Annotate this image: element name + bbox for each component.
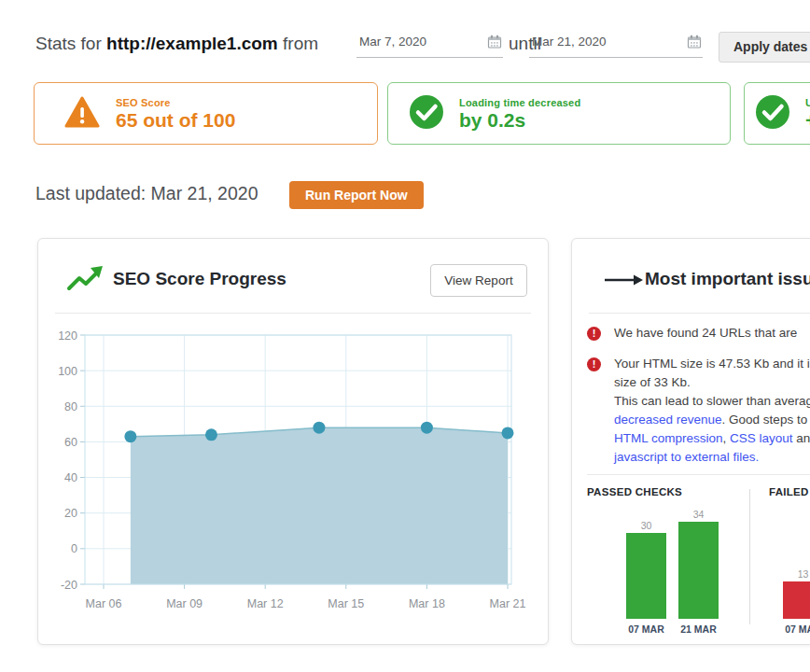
svg-text:-20: -20 bbox=[61, 579, 77, 592]
bar-date-label: 07 MAR bbox=[783, 623, 810, 635]
bar-cell: 34 bbox=[678, 509, 719, 619]
loading-time-value: by 0.2s bbox=[459, 109, 580, 132]
bar-value: 30 bbox=[641, 520, 652, 531]
run-report-button[interactable]: Run Report Now bbox=[289, 181, 424, 209]
svg-text:Mar 18: Mar 18 bbox=[409, 597, 445, 610]
svg-text:Mar 15: Mar 15 bbox=[328, 597, 364, 610]
third-status-card: U + bbox=[744, 82, 810, 145]
apply-dates-button[interactable]: Apply dates bbox=[719, 32, 810, 63]
issue-link[interactable]: decreased revenue bbox=[614, 413, 722, 427]
seo-score-card: SEO Score 65 out of 100 bbox=[34, 82, 378, 145]
bar-date-label: 07 MAR bbox=[626, 623, 666, 635]
calendar-icon[interactable] bbox=[487, 35, 502, 53]
from-label: from bbox=[278, 34, 318, 53]
seo-dashboard: Stats for http://example1.com from Mar 7… bbox=[0, 0, 810, 672]
stats-heading: Stats for http://example1.com from bbox=[35, 34, 318, 54]
issue-link[interactable]: HTML compression bbox=[614, 431, 723, 445]
check-circle-icon bbox=[409, 94, 444, 133]
from-date-value: Mar 7, 2020 bbox=[359, 35, 426, 49]
passed-checks-chart: PASSED CHECKS 3034 07 MAR21 MAR bbox=[587, 486, 746, 635]
bar-cell: 13 bbox=[783, 568, 810, 619]
svg-text:40: 40 bbox=[64, 471, 77, 484]
error-icon: ! bbox=[587, 357, 601, 371]
loading-time-card: Loading time decreased by 0.2s bbox=[387, 82, 731, 145]
issue-link[interactable]: CSS layout bbox=[730, 431, 793, 445]
svg-text:100: 100 bbox=[58, 365, 77, 378]
until-date-input[interactable]: Mar 21, 2020 bbox=[529, 30, 703, 58]
issue-link[interactable]: javascript to external files. bbox=[614, 450, 759, 464]
bar-cell: 30 bbox=[626, 520, 666, 619]
from-date-input[interactable]: Mar 7, 2020 bbox=[356, 30, 503, 58]
seo-panel-title: SEO Score Progress bbox=[113, 269, 286, 289]
passed-checks-title: PASSED CHECKS bbox=[587, 486, 746, 497]
divider bbox=[55, 313, 531, 314]
calendar-icon[interactable] bbox=[687, 35, 702, 53]
svg-text:Mar 12: Mar 12 bbox=[247, 597, 284, 610]
bar bbox=[678, 522, 719, 619]
issue-item: !Your HTML size is 47.53 Kb and it is ov… bbox=[587, 355, 810, 467]
issue-text: This can lead to slower than average loa… bbox=[614, 394, 810, 408]
trend-up-icon bbox=[66, 265, 105, 297]
issues-panel: Most important issues !We have found 24 … bbox=[571, 238, 810, 645]
svg-text:80: 80 bbox=[64, 400, 77, 413]
passed-checks-labels: 07 MAR21 MAR bbox=[626, 623, 746, 635]
issue-text: . Good steps to reduce are bbox=[722, 413, 810, 427]
issue-text: and moving bbox=[793, 431, 810, 445]
view-report-button[interactable]: View Report bbox=[430, 264, 527, 297]
issue-item: !We have found 24 URLs that are bbox=[587, 324, 810, 343]
svg-text:0: 0 bbox=[71, 542, 77, 555]
svg-text:Mar 21: Mar 21 bbox=[490, 597, 526, 610]
svg-text:Mar 09: Mar 09 bbox=[166, 597, 202, 610]
issue-text: We have found 24 URLs that are bbox=[614, 326, 797, 340]
stats-prefix: Stats for bbox=[35, 34, 106, 53]
right-arrow-icon bbox=[603, 273, 644, 291]
until-date-value: Mar 21, 2020 bbox=[532, 35, 607, 49]
divider bbox=[589, 313, 810, 314]
issue-text: size of 33 Kb. bbox=[614, 375, 691, 389]
site-url: http://example1.com bbox=[106, 34, 278, 53]
failed-checks-labels: 07 MAR bbox=[783, 623, 810, 635]
divider bbox=[587, 474, 810, 475]
issue-text: , bbox=[723, 431, 731, 445]
svg-text:120: 120 bbox=[58, 329, 77, 343]
loading-time-label: Loading time decreased bbox=[459, 96, 580, 109]
failed-checks-chart: FAILED CHECKS 13 07 MAR bbox=[769, 486, 810, 635]
error-icon: ! bbox=[587, 327, 601, 341]
bar-value: 34 bbox=[693, 509, 705, 520]
bar bbox=[783, 581, 810, 619]
bar bbox=[626, 533, 666, 619]
warning-triangle-icon bbox=[64, 96, 100, 132]
third-card-value: + bbox=[805, 109, 810, 132]
svg-text:Mar 06: Mar 06 bbox=[86, 597, 122, 610]
svg-text:20: 20 bbox=[64, 507, 77, 520]
failed-checks-bars: 13 bbox=[783, 501, 810, 619]
seo-progress-panel: SEO Score Progress View Report 120100806… bbox=[37, 238, 549, 645]
seo-score-label: SEO Score bbox=[116, 96, 235, 109]
issues-panel-title: Most important issues bbox=[645, 269, 810, 289]
bar-value: 13 bbox=[798, 568, 809, 580]
failed-checks-title: FAILED CHECKS bbox=[769, 486, 810, 497]
svg-text:60: 60 bbox=[64, 436, 77, 449]
passed-checks-bars: 3034 bbox=[626, 501, 746, 619]
seo-area-chart: 120100806040200-20Mar 06Mar 09Mar 12Mar … bbox=[38, 328, 549, 636]
issue-text: Your HTML size is 47.53 Kb and it is ove… bbox=[614, 357, 810, 371]
issues-list: !We have found 24 URLs that are!Your HTM… bbox=[587, 324, 810, 479]
bar-date-label: 21 MAR bbox=[678, 623, 719, 635]
last-updated-text: Last updated: Mar 21, 2020 bbox=[35, 183, 258, 204]
third-card-label: U bbox=[805, 96, 810, 109]
seo-score-value: 65 out of 100 bbox=[116, 109, 235, 132]
check-circle-icon bbox=[755, 94, 790, 133]
divider bbox=[749, 489, 750, 624]
